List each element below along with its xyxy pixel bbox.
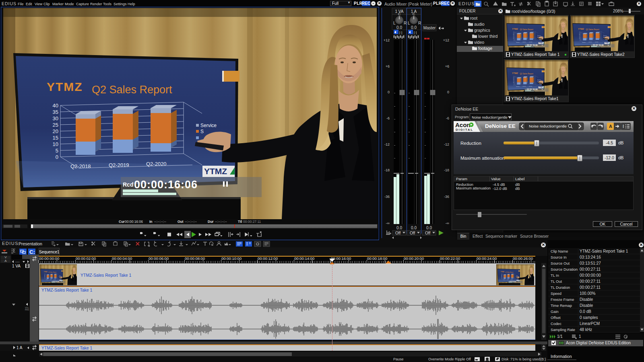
svg-text:DIGITAL: DIGITAL [456, 128, 473, 132]
svg-text:C: C [413, 12, 415, 16]
svg-text:C: C [398, 12, 401, 16]
svg-text:-36: -36 [444, 195, 449, 199]
svg-text:video: video [474, 40, 484, 45]
svg-text:graphics: graphics [474, 28, 490, 33]
svg-text:-36: -36 [384, 195, 390, 199]
svg-text:+12: +12 [443, 38, 449, 42]
svg-text:-12: -12 [444, 142, 449, 146]
svg-text:A: A [609, 124, 612, 129]
svg-text:0: 0 [388, 90, 390, 94]
svg-text:footage: footage [478, 46, 492, 51]
svg-text:+12: +12 [384, 38, 390, 42]
svg-text:Off: Off [395, 231, 400, 235]
svg-text:0.0: 0.0 [426, 226, 432, 230]
svg-text:-12: -12 [384, 142, 390, 146]
svg-text:-∞: -∞ [386, 221, 390, 225]
svg-text:+6: +6 [445, 64, 449, 68]
svg-text:-6: -6 [386, 116, 390, 120]
svg-text:0.0: 0.0 [411, 25, 417, 30]
svg-text:[·]: [·] [399, 31, 402, 34]
svg-text:0.0: 0.0 [396, 25, 402, 30]
svg-text:-18: -18 [444, 168, 449, 172]
svg-text:+6: +6 [386, 64, 390, 68]
svg-text:audio: audio [474, 22, 485, 27]
svg-text:-18: -18 [384, 168, 390, 172]
svg-text:R: R [418, 21, 421, 25]
svg-text:L: L [408, 21, 410, 25]
svg-text:[·]: [·] [414, 31, 417, 34]
svg-text:L: L [393, 21, 396, 25]
svg-text:R: R [404, 21, 407, 25]
svg-text:Acon: Acon [455, 121, 471, 128]
svg-text:Off: Off [425, 231, 430, 235]
svg-text:Off: Off [410, 231, 415, 235]
svg-text:-6: -6 [446, 116, 449, 120]
svg-text:root: root [470, 16, 477, 21]
svg-text:C:: C: [29, 249, 35, 255]
svg-text:lower third: lower third [478, 34, 498, 39]
svg-text:0.0: 0.0 [396, 226, 402, 230]
svg-text:Master: Master [423, 26, 436, 30]
svg-text:-∞: -∞ [446, 221, 449, 225]
svg-text:0.0: 0.0 [411, 226, 417, 230]
svg-text:Noise reduction'gentle: Noise reduction'gentle [529, 124, 567, 128]
svg-text:----: ---- [15, 260, 20, 263]
svg-text:1 A: 1 A [17, 346, 23, 350]
svg-text:DeNoise EE: DeNoise EE [485, 123, 516, 129]
svg-text:0: 0 [447, 90, 449, 94]
